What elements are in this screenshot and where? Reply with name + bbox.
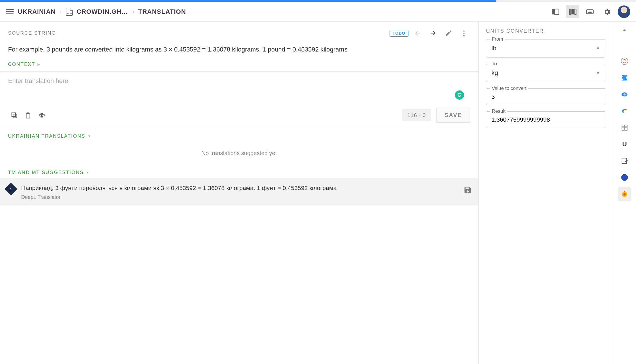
suggestions-heading-label: TM AND MT SUGGESTIONS <box>8 170 84 175</box>
suggestion-row[interactable]: › Наприклад, 3 фунти переводяться в кіло… <box>0 178 478 205</box>
settings-button[interactable] <box>601 5 614 18</box>
edit-note-icon[interactable] <box>618 154 631 168</box>
svg-point-9 <box>592 11 592 11</box>
svg-point-16 <box>621 58 628 64</box>
from-label: From <box>490 36 505 42</box>
suggestion-source: DeepL Translator <box>21 194 458 200</box>
source-string-label: SOURCE STRING <box>8 30 56 36</box>
chevron-right-icon: › <box>60 8 62 15</box>
save-suggestion-icon[interactable] <box>463 186 472 194</box>
todo-badge: TODO <box>390 30 408 37</box>
to-select[interactable]: kg ▼ <box>486 64 605 82</box>
edit-button[interactable] <box>442 27 455 39</box>
to-label: To <box>490 61 499 67</box>
refresh-icon[interactable] <box>618 54 631 68</box>
timer-icon[interactable] <box>618 187 631 201</box>
result-label: Result <box>490 108 507 114</box>
json-file-icon <box>66 8 73 16</box>
svg-rect-23 <box>625 125 627 130</box>
svg-point-31 <box>624 193 626 195</box>
prev-button[interactable] <box>411 27 424 39</box>
chevron-down-icon: ▼ <box>596 46 600 51</box>
right-rail: U <box>613 22 636 364</box>
translation-input[interactable] <box>0 72 478 103</box>
layout-center-button[interactable] <box>566 5 579 18</box>
chevron-right-icon: › <box>132 8 134 15</box>
svg-rect-10 <box>588 12 592 13</box>
save-button[interactable]: SAVE <box>436 108 470 123</box>
source-string-text: For example, 3 pounds are converted into… <box>8 45 470 54</box>
progress-bar <box>0 0 636 2</box>
collapse-button[interactable] <box>618 23 631 37</box>
svg-rect-32 <box>624 191 625 192</box>
svg-rect-3 <box>571 9 574 14</box>
from-value: lb <box>491 45 496 52</box>
chevron-down-icon: ▼ <box>596 71 600 75</box>
svg-rect-14 <box>12 113 15 116</box>
converter-title: UNITS CONVERTER <box>486 28 605 34</box>
main-panel: SOURCE STRING TODO For example, 3 pounds… <box>0 22 479 364</box>
columns-icon[interactable] <box>618 121 631 134</box>
suggestions-heading[interactable]: TM AND MT SUGGESTIONS ▼ <box>8 170 470 175</box>
menu-button[interactable] <box>6 9 14 15</box>
chevron-down-icon: ▼ <box>86 171 90 175</box>
translations-empty: No translations suggested yet <box>8 139 470 170</box>
more-button[interactable] <box>458 27 470 39</box>
progress-fill <box>0 0 496 2</box>
svg-point-8 <box>590 11 591 11</box>
svg-point-21 <box>626 109 627 110</box>
value-label: Value to convert <box>490 86 528 91</box>
chevron-down-icon: ▼ <box>88 134 92 138</box>
svg-rect-1 <box>555 9 559 14</box>
keyboard-button[interactable] <box>583 5 597 18</box>
breadcrumb-language[interactable]: UKRAINIAN <box>18 8 56 15</box>
svg-point-29 <box>621 174 628 181</box>
breadcrumb-page: TRANSLATION <box>138 8 186 15</box>
chevron-right-icon: ▶ <box>37 62 41 66</box>
translations-heading-label: UKRAINIAN TRANSLATIONS <box>8 133 85 139</box>
suggestion-text: Наприклад, 3 фунти переводяться в кілогр… <box>21 183 458 193</box>
right-panel: UNITS CONVERTER From lb ▼ To kg ▼ Value … <box>479 22 613 364</box>
deepl-icon: › <box>4 183 17 195</box>
svg-rect-4 <box>575 9 576 14</box>
preview-icon[interactable] <box>618 88 631 101</box>
svg-rect-15 <box>13 114 17 118</box>
svg-point-13 <box>463 35 465 36</box>
context-label: CONTEXT <box>8 62 35 67</box>
copy-source-button[interactable] <box>8 109 21 122</box>
svg-point-11 <box>463 30 465 31</box>
clear-button[interactable] <box>22 109 34 122</box>
char-count: 116 · 0 <box>402 109 431 121</box>
next-button[interactable] <box>427 27 439 39</box>
svg-rect-2 <box>569 9 571 14</box>
svg-rect-22 <box>622 125 624 130</box>
screenshot-icon[interactable] <box>618 71 631 85</box>
context-toggle[interactable]: CONTEXT ▶ <box>8 62 470 71</box>
svg-rect-5 <box>586 10 593 14</box>
breadcrumb-file[interactable]: CROWDIN.GH… <box>77 8 128 15</box>
crowdin-icon[interactable] <box>618 104 631 118</box>
user-avatar[interactable] <box>618 5 630 18</box>
svg-point-7 <box>589 11 590 11</box>
svg-point-6 <box>588 11 588 11</box>
grammarly-icon[interactable]: G <box>455 90 464 100</box>
header: UKRAINIAN › CROWDIN.GH… › TRANSLATION <box>0 2 636 22</box>
svg-rect-0 <box>552 9 554 14</box>
insert-cursor-button[interactable] <box>35 109 48 122</box>
u-icon[interactable]: U <box>618 137 631 151</box>
layout-left-button[interactable] <box>549 5 562 18</box>
to-value: kg <box>491 69 498 77</box>
svg-rect-28 <box>622 158 627 164</box>
translations-heading[interactable]: UKRAINIAN TRANSLATIONS ▼ <box>8 133 470 139</box>
svg-point-12 <box>463 33 465 34</box>
blue-dot-icon[interactable] <box>618 171 631 184</box>
